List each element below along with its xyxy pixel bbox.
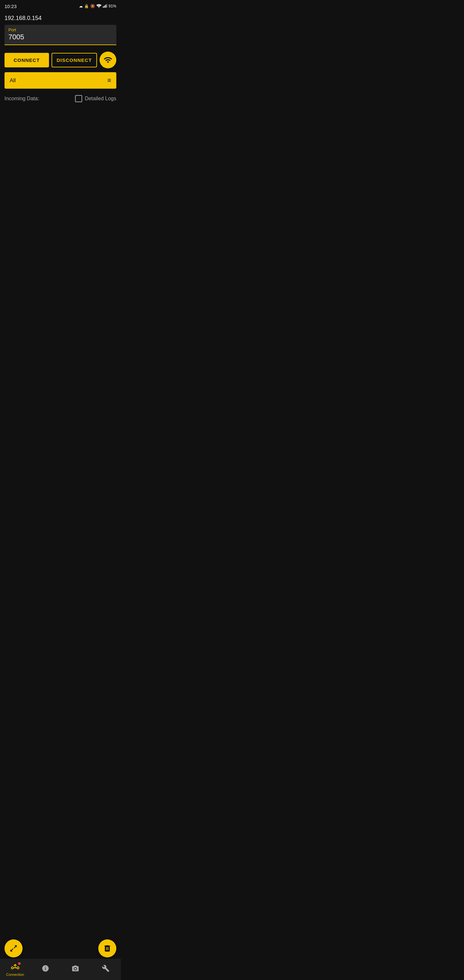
svg-rect-3 xyxy=(105,5,105,8)
filter-dropdown[interactable]: All ≡ xyxy=(5,72,116,89)
status-bar: 10:23 ☁ 🔒 🔕 91% xyxy=(0,0,121,12)
svg-rect-1 xyxy=(103,6,103,8)
svg-rect-5 xyxy=(106,4,107,8)
status-icons: ☁ 🔒 🔕 91% xyxy=(79,4,116,9)
detailed-logs-label: Detailed Logs xyxy=(85,96,116,102)
incoming-data-label: Incoming Data: xyxy=(5,96,39,102)
buttons-row: CONNECT DISCONNECT xyxy=(5,52,116,68)
dropdown-value: All xyxy=(10,77,16,84)
battery-icon: 91% xyxy=(109,4,116,8)
mute-icon: 🔕 xyxy=(90,4,95,8)
connect-button[interactable]: CONNECT xyxy=(5,53,49,67)
incoming-data-row: Incoming Data: Detailed Logs xyxy=(5,95,116,102)
signal-icon xyxy=(103,4,107,9)
port-input[interactable] xyxy=(8,33,113,41)
wifi-status-icon xyxy=(96,4,102,9)
disconnect-button[interactable]: DISCONNECT xyxy=(52,53,97,67)
lock-icon: 🔒 xyxy=(84,4,89,8)
log-area xyxy=(5,105,116,234)
status-time: 10:23 xyxy=(5,3,17,9)
svg-point-0 xyxy=(99,7,99,8)
detailed-logs-row: Detailed Logs xyxy=(75,95,116,102)
port-label: Port xyxy=(8,27,113,32)
wifi-button[interactable] xyxy=(100,52,116,68)
svg-rect-4 xyxy=(106,5,106,8)
svg-rect-2 xyxy=(104,6,104,8)
detailed-logs-checkbox[interactable] xyxy=(75,95,82,102)
cloud-icon: ☁ xyxy=(79,4,83,8)
ip-address: 192.168.0.154 xyxy=(5,15,116,22)
dropdown-arrow-icon: ≡ xyxy=(107,77,111,84)
main-content: 192.168.0.154 Port CONNECT DISCONNECT Al… xyxy=(0,12,121,234)
port-container: Port xyxy=(5,25,116,45)
